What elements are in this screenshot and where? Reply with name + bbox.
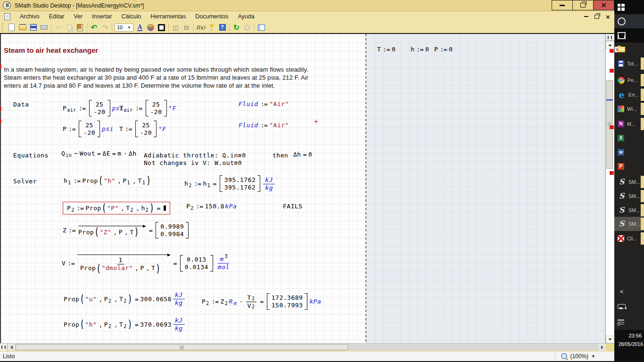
recalculate-button[interactable] xyxy=(231,23,242,33)
def-P-air[interactable]: Pair:=25-20psi xyxy=(63,100,124,116)
def-h2[interactable]: h2:=h1=395.1762395.1762kJkg xyxy=(184,175,276,192)
def-P2-ideal-gas[interactable]: P2:=Z2Rm·T2V2=172.3689150.7993kPa xyxy=(202,293,322,310)
mdi-restore-button[interactable] xyxy=(594,15,599,19)
splitter-handle[interactable] xyxy=(0,344,8,351)
menu-editar[interactable]: Editar xyxy=(44,13,69,20)
scroll-up-button[interactable] xyxy=(606,41,614,49)
taskbar-item-wmp[interactable]: Wi... xyxy=(614,102,644,116)
scroll-left-button[interactable] xyxy=(8,344,15,351)
restore-button[interactable] xyxy=(572,0,594,10)
copy-button[interactable] xyxy=(64,23,74,33)
scroll-right-button[interactable] xyxy=(598,344,606,351)
font-size-dropdown[interactable]: 10▼ xyxy=(115,24,133,32)
taskbar-item-smath[interactable]: SM... xyxy=(614,203,644,217)
def-Z[interactable]: Z:=Prop("Z",P,T)=0.99890.9984 xyxy=(63,222,190,239)
filter-button[interactable] xyxy=(206,23,217,33)
problem-text-line[interactable]: enters at 14.7 psia and 80 F and leaves … xyxy=(4,82,275,89)
text-region[interactable]: Adiabatic throttle: Q.in≡0 xyxy=(144,152,246,159)
horizontal-scroll-thumb[interactable] xyxy=(16,344,348,350)
def-h1[interactable]: h1:=Prop("h",P1,T1) xyxy=(64,176,151,185)
close-button[interactable]: × xyxy=(593,0,614,10)
palette-button[interactable] xyxy=(145,23,156,33)
text-region[interactable]: Solver xyxy=(13,178,37,185)
error-marker[interactable] xyxy=(610,125,614,129)
taskbar-date[interactable]: 28/05/2016 xyxy=(614,341,643,347)
taskbar-item-start[interactable] xyxy=(614,0,644,14)
taskbar-item-chrome[interactable]: Pe... xyxy=(614,73,644,87)
taskbar-item-floppy[interactable]: Tot... xyxy=(614,57,644,71)
text-region[interactable]: Data xyxy=(13,101,29,108)
def-T-air[interactable]: Tair:=25-20°F xyxy=(119,100,177,116)
eval-prop-u[interactable]: Prop("u",P2,T2)=300.0658kJkg xyxy=(64,291,186,306)
save-button[interactable] xyxy=(28,23,39,33)
horizontal-scrollbar[interactable] xyxy=(0,343,614,351)
problem-text-line[interactable]: Steam enters the heat exchanger at 30 ps… xyxy=(4,74,308,81)
splitter-handle[interactable] xyxy=(606,34,614,41)
menu-ver[interactable]: Ver xyxy=(69,13,87,20)
menu-herramientas[interactable]: Herramientas xyxy=(146,13,190,20)
worksheet-heading[interactable]: Steam to air heat exchanger xyxy=(4,46,98,54)
interrupt-button[interactable] xyxy=(242,23,253,33)
text-region[interactable]: then xyxy=(272,152,288,159)
taskbar-item-edge[interactable]: Err... xyxy=(614,88,644,102)
taskbar-item-explorer[interactable] xyxy=(614,42,644,57)
taskbar-item-taskview[interactable] xyxy=(614,28,644,42)
worksheet-canvas[interactable]: Steam to air heat exchanger In a steam h… xyxy=(1,34,605,343)
error-marker[interactable] xyxy=(610,49,614,53)
insert-function-button[interactable]: f(x) xyxy=(195,23,206,33)
taskbar-item-excel[interactable] xyxy=(614,131,644,145)
undo-button[interactable] xyxy=(89,23,99,33)
insertion-cursor[interactable]: + xyxy=(314,117,318,126)
menu-ayuda[interactable]: Ayuda xyxy=(233,13,259,20)
taskbar-item-onenote[interactable]: M... xyxy=(614,117,644,131)
open-file-button[interactable] xyxy=(17,23,28,33)
taskbar-clock[interactable]: 23:56 xyxy=(614,333,642,338)
def-P[interactable]: P:=25-20psi xyxy=(63,121,114,137)
menu-documentos[interactable]: Documentos xyxy=(190,13,233,20)
vertical-scroll-track[interactable] xyxy=(606,48,614,336)
def-P2-prop-error[interactable]: P2:=Prop("P",T2,h2)= xyxy=(63,202,170,214)
error-marker[interactable] xyxy=(610,69,614,73)
menu-insertar[interactable]: Insertar xyxy=(87,13,116,20)
taskbar-item-smath[interactable]: SM... xyxy=(614,217,644,231)
vertical-scrollbar[interactable] xyxy=(605,34,614,343)
taskbar-item-smath[interactable]: SM... xyxy=(614,189,644,203)
vertical-scroll-thumb[interactable] xyxy=(606,80,613,169)
taskbar-item-action[interactable] xyxy=(614,315,644,329)
paste-button[interactable] xyxy=(74,23,85,33)
eval-prop-h[interactable]: Prop("h",P2,T2)=370.0693kJkg xyxy=(64,317,186,332)
mdi-close-button[interactable]: × xyxy=(605,14,611,20)
def-T[interactable]: T:=25-20°F xyxy=(119,121,167,137)
mdi-minimize-button[interactable] xyxy=(584,16,588,17)
problem-text-line[interactable]: In a steam heating system, air is heated… xyxy=(4,66,308,73)
align-horizontal-button[interactable] xyxy=(170,23,181,33)
menu-archivo[interactable]: Archivo xyxy=(15,13,44,20)
taskbar-item-smath[interactable]: SM... xyxy=(614,175,644,189)
taskbar-item-battery[interactable] xyxy=(614,299,644,313)
error-marker[interactable] xyxy=(610,171,614,175)
menu-cálculo[interactable]: Cálculo xyxy=(117,13,146,20)
eq-dh-zero[interactable]: Δh=0 xyxy=(293,151,312,158)
redo-button[interactable] xyxy=(99,23,110,33)
zoom-control[interactable]: (100%) ▼ xyxy=(555,353,595,360)
def-T-zero[interactable]: T:=0 xyxy=(377,46,396,53)
show-panels-button[interactable] xyxy=(256,23,267,33)
eq-energy-balance[interactable]: Qin−Wout=ΔE=m·Δh xyxy=(61,150,137,157)
print-button[interactable] xyxy=(39,23,50,33)
text-region[interactable]: FAILS xyxy=(283,203,303,210)
new-page-button[interactable] xyxy=(6,23,17,33)
text-region[interactable]: Not changes iv V: W.out≡0 xyxy=(144,159,242,166)
align-vertical-button[interactable] xyxy=(181,23,192,33)
def-P2-value[interactable]: P2:=150.8kPa xyxy=(186,203,237,210)
def-h-zero[interactable]: h:=0 xyxy=(411,46,429,53)
taskbar-item-search[interactable] xyxy=(614,14,644,28)
text-region[interactable]: Equations xyxy=(13,152,49,159)
minimize-button[interactable] xyxy=(552,0,573,10)
chevron-down-icon[interactable]: ▼ xyxy=(591,354,595,359)
def-fluid-1[interactable]: Fluid:="Air" xyxy=(238,100,289,107)
def-P-zero[interactable]: P:=0 xyxy=(434,46,453,53)
scroll-down-button[interactable] xyxy=(606,336,614,343)
cut-button[interactable] xyxy=(53,23,64,33)
taskbar-item-word[interactable] xyxy=(614,145,644,159)
def-fluid-2[interactable]: Fluid:="Air" xyxy=(238,122,289,129)
